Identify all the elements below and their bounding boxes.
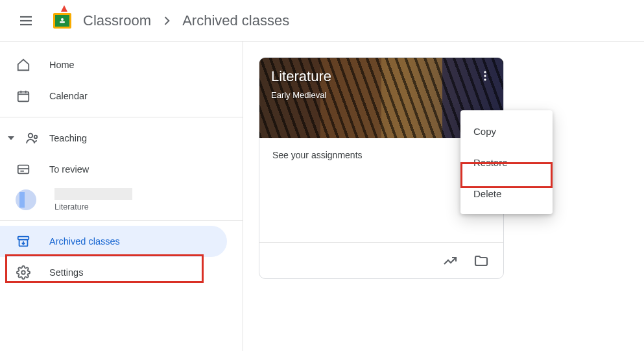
sidebar-item-teaching[interactable]: Teaching [0, 123, 243, 154]
main-menu-button[interactable] [10, 5, 42, 36]
sidebar-item-archived[interactable]: Archived classes [0, 226, 227, 257]
sidebar-item-class[interactable]: Literature [0, 185, 243, 215]
svg-point-18 [484, 71, 486, 73]
class-color-swatch [16, 189, 36, 210]
breadcrumb: Classroom Archived classes [83, 12, 289, 29]
sidebar: Home Calendar Teaching To review [0, 42, 243, 351]
sidebar-item-to-review[interactable]: To review [0, 154, 243, 185]
context-menu: Copy Restore Delete [460, 110, 553, 214]
sidebar-item-label: Calendar [49, 91, 88, 101]
card-subtitle: Early Medieval [271, 90, 326, 100]
svg-rect-5 [18, 92, 29, 102]
gear-icon [16, 265, 31, 280]
svg-rect-4 [60, 21, 65, 23]
assignments-link[interactable]: See your assignments [272, 150, 363, 160]
menu-item-delete[interactable]: Delete [460, 178, 553, 209]
content-area: Literature Early Medieval See your assig… [243, 42, 644, 351]
sidebar-item-settings[interactable]: Settings [0, 257, 243, 288]
home-icon [16, 57, 31, 73]
archive-icon [16, 234, 31, 249]
chevron-right-icon [160, 14, 173, 27]
sidebar-item-label: Home [49, 60, 75, 70]
more-vert-icon [479, 69, 492, 82]
svg-point-10 [29, 134, 32, 138]
inbox-icon [16, 162, 31, 177]
classroom-logo [52, 10, 73, 31]
svg-marker-9 [8, 136, 14, 140]
menu-item-restore[interactable]: Restore [460, 147, 553, 178]
sidebar-item-label: Teaching [49, 133, 87, 143]
breadcrumb-root[interactable]: Classroom [83, 12, 151, 29]
class-name-redacted [54, 188, 132, 200]
class-subtitle: Literature [54, 202, 132, 212]
card-title[interactable]: Literature [271, 68, 331, 85]
sidebar-item-home[interactable]: Home [0, 49, 243, 80]
sidebar-item-label: Archived classes [49, 236, 120, 247]
breadcrumb-current: Archived classes [182, 12, 289, 29]
card-more-button[interactable] [473, 64, 497, 88]
svg-point-17 [21, 271, 25, 274]
trending-up-icon[interactable] [442, 253, 458, 269]
svg-point-20 [484, 79, 486, 80]
sidebar-item-label: Settings [49, 267, 83, 278]
sidebar-item-calendar[interactable]: Calendar [0, 80, 243, 112]
menu-item-copy[interactable]: Copy [460, 115, 553, 147]
svg-point-3 [61, 18, 64, 21]
sidebar-item-label: To review [49, 164, 89, 175]
people-icon [25, 130, 40, 146]
calendar-icon [16, 88, 31, 104]
svg-point-11 [34, 136, 37, 138]
hamburger-icon [18, 13, 34, 29]
caret-down-icon [6, 135, 16, 141]
folder-icon[interactable] [473, 253, 489, 269]
app-header: Classroom Archived classes [0, 0, 644, 42]
card-footer [259, 242, 503, 278]
svg-point-19 [484, 75, 486, 77]
